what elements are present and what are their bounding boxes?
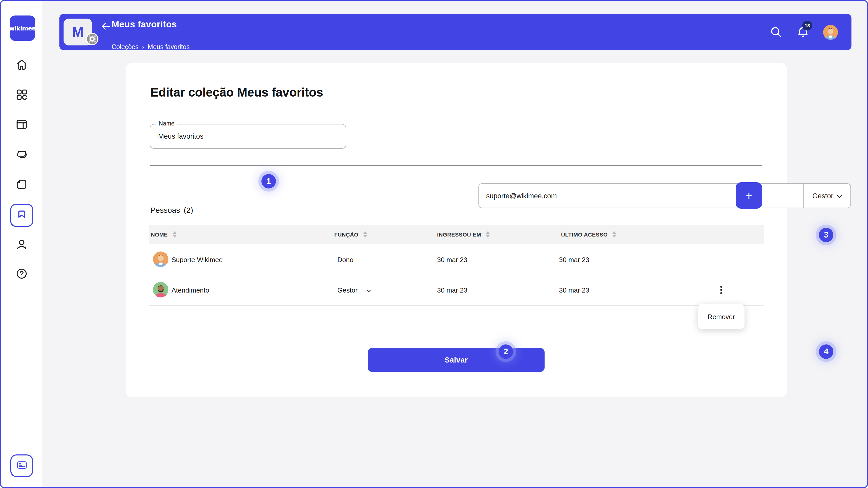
sort-icon [172, 231, 177, 238]
search-icon[interactable] [769, 25, 783, 39]
breadcrumb-parent-link[interactable]: Coleções [112, 43, 138, 51]
section-divider [150, 165, 762, 166]
wikimee-logo-text: wikimeə [9, 25, 36, 32]
save-button[interactable]: Salvar [368, 348, 545, 372]
breadcrumb-current: Meus favoritos [148, 43, 190, 51]
notification-count-badge: 13 [802, 21, 812, 30]
chevron-down-icon [837, 192, 842, 200]
chevron-down-icon [366, 286, 371, 294]
sidebar-item-apps[interactable] [10, 84, 33, 107]
name-input-label: Name [156, 120, 177, 127]
edit-collection-card: Editar coleção Meus favoritos Name Meus … [126, 63, 787, 397]
page-title: Meus favoritos [112, 19, 177, 30]
page-header: M Meus favoritos Coleções [59, 14, 851, 50]
sidebar-item-collections[interactable] [10, 204, 33, 227]
sidebar-item-home[interactable] [10, 54, 33, 77]
kebab-menu-icon[interactable] [718, 284, 725, 296]
people-section-label: Pessoas (2) [150, 205, 193, 214]
person-role: Dono [337, 256, 353, 263]
plus-icon: + [745, 188, 752, 203]
add-person-button[interactable]: + [736, 182, 762, 208]
row-context-menu: Remover [698, 304, 745, 329]
app-frame: wikimeə [0, 0, 868, 488]
camera-icon[interactable] [86, 33, 99, 45]
sidebar-item-billing[interactable] [10, 454, 33, 477]
sidebar-item-layout[interactable] [10, 114, 33, 137]
help-icon [15, 267, 28, 283]
invite-role-select[interactable]: Gestor [803, 184, 850, 207]
people-label-text: Pessoas [150, 205, 180, 214]
column-header-funcao[interactable]: FUNÇÃO [334, 231, 367, 238]
annotation-badge-2: 2 [499, 345, 513, 359]
person-last-access: 30 mar 23 [559, 286, 589, 294]
people-count: (2) [184, 205, 193, 214]
people-table-header: NOME FUNÇÃO INGRESSOU EM ÚLTIMO ACESSO [149, 225, 764, 244]
person-icon [15, 237, 28, 253]
header-actions: 13 [769, 14, 838, 50]
annotation-badge-1: 1 [261, 174, 276, 189]
breadcrumb: Coleções › Meus favoritos [112, 43, 190, 51]
sidebar-item-cards[interactable] [10, 144, 33, 167]
person-role: Gestor [337, 286, 358, 294]
app-stage: wikimeə [0, 0, 868, 488]
sidebar-item-people[interactable] [10, 234, 33, 257]
person-role-select[interactable]: Gestor [337, 286, 371, 294]
card-heading: Editar coleção Meus favoritos [150, 85, 323, 100]
wikimee-logo[interactable]: wikimeə [10, 15, 35, 41]
invite-box: suporte@wikimee.com Gestor [478, 183, 851, 208]
sidebar: wikimeə [1, 1, 42, 487]
workspace-initial: M [72, 24, 84, 40]
notifications-button[interactable]: 13 [796, 25, 810, 39]
column-header-ingressou[interactable]: INGRESSOU EM [437, 231, 490, 238]
column-label: INGRESSOU EM [437, 231, 481, 237]
annotation-badge-3: 3 [819, 228, 833, 242]
avatar [153, 282, 168, 297]
save-button-label: Salvar [444, 356, 468, 364]
sort-icon [486, 231, 490, 238]
sort-icon [363, 231, 367, 238]
sort-icon [612, 231, 616, 238]
sidebar-item-documents[interactable] [10, 174, 33, 197]
sidebar-item-help[interactable] [10, 263, 33, 286]
table-row: Suporte Wikimee Dono 30 mar 23 30 mar 23 [149, 244, 764, 275]
avatar [153, 252, 168, 267]
person-joined: 30 mar 23 [437, 286, 467, 294]
annotation-badge-4: 4 [819, 345, 833, 359]
row-divider [149, 305, 764, 306]
bookmark-icon [15, 207, 28, 223]
invite-email-value: suporte@wikimee.com [486, 192, 557, 200]
user-avatar[interactable] [823, 25, 838, 39]
name-input-value: Meus favoritos [158, 132, 204, 140]
document-icon [15, 177, 28, 193]
person-last-access: 30 mar 23 [559, 256, 589, 263]
home-icon [15, 58, 28, 73]
person-joined: 30 mar 23 [437, 256, 467, 263]
name-input[interactable]: Name Meus favoritos [150, 124, 346, 149]
apps-grid-icon [15, 88, 28, 103]
cards-icon [15, 148, 28, 163]
column-header-ultimo-acesso[interactable]: ÚLTIMO ACESSO [561, 231, 616, 238]
breadcrumb-separator: › [142, 44, 144, 50]
column-header-nome[interactable]: NOME [151, 231, 177, 238]
column-label: NOME [151, 231, 168, 237]
layout-icon [15, 118, 28, 133]
table-row: Atendimento Gestor 30 mar 23 30 mar 23 [149, 275, 764, 305]
column-label: ÚLTIMO ACESSO [561, 231, 608, 237]
back-arrow-icon[interactable] [100, 21, 112, 32]
person-name: Suporte Wikimee [172, 256, 223, 263]
column-label: FUNÇÃO [334, 231, 358, 237]
billing-card-icon [15, 458, 28, 473]
invite-role-value: Gestor [812, 192, 833, 200]
remove-menu-item[interactable]: Remover [708, 313, 735, 320]
person-name: Atendimento [172, 286, 209, 294]
